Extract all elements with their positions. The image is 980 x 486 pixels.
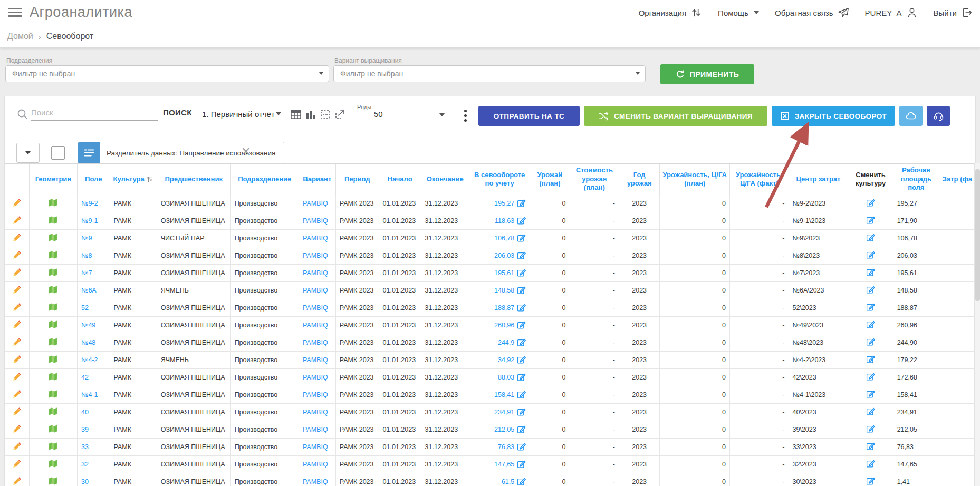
edit-note-icon[interactable] (866, 372, 875, 381)
row-edit-pencil-icon[interactable] (13, 285, 22, 294)
field-link[interactable]: №9 (81, 235, 92, 242)
edit-note-icon[interactable] (866, 250, 875, 259)
nav-feedback[interactable]: Обратная связь (775, 7, 849, 18)
row-edit-pencil-icon[interactable] (13, 337, 22, 346)
search-button[interactable]: ПОИСК (163, 108, 192, 117)
variant-link[interactable]: PAMBIQ (303, 217, 328, 225)
variant-link[interactable]: PAMBIQ (303, 443, 328, 451)
field-link[interactable]: 42 (81, 374, 89, 381)
row-edit-pencil-icon[interactable] (13, 216, 22, 225)
row-edit-pencil-icon[interactable] (13, 390, 22, 398)
field-link[interactable]: 52 (81, 304, 89, 312)
variant-link[interactable]: PAMBIQ (303, 374, 328, 381)
row-edit-pencil-icon[interactable] (13, 233, 22, 242)
variant-link[interactable]: PAMBIQ (303, 339, 328, 346)
edit-note-icon[interactable] (866, 198, 875, 207)
geometry-map-icon[interactable] (48, 216, 58, 225)
edit-note-icon[interactable] (866, 216, 875, 225)
field-link[interactable]: №4-2 (81, 356, 98, 364)
geometry-map-icon[interactable] (48, 407, 58, 416)
row-edit-pencil-icon[interactable] (13, 320, 22, 329)
nav-user[interactable]: PUREY_A (865, 7, 918, 18)
rows-per-page-select[interactable]: 50 (374, 107, 452, 121)
edit-note-icon[interactable] (517, 320, 526, 329)
edit-note-icon[interactable] (866, 337, 875, 346)
column-header-rotation[interactable]: В севообороте по учету (469, 164, 530, 195)
nav-help[interactable]: Помощь (718, 8, 759, 17)
column-header-end[interactable]: Окончание (421, 164, 469, 195)
field-link[interactable]: №8 (81, 252, 92, 259)
support-headset-button[interactable] (927, 106, 950, 126)
geometry-map-icon[interactable] (48, 250, 58, 259)
column-header-harvest_year[interactable]: Год урожая (619, 164, 660, 195)
variant-link[interactable]: PAMBIQ (303, 252, 328, 259)
column-header-predecessor[interactable]: Предшественник (157, 164, 230, 195)
row-edit-pencil-icon[interactable] (13, 477, 22, 485)
edit-note-icon[interactable] (866, 233, 875, 242)
rotation-link[interactable]: 195,27 (494, 200, 514, 207)
variant-link[interactable]: PAMBIQ (303, 235, 328, 242)
edit-note-icon[interactable] (866, 459, 875, 468)
rotation-link[interactable]: 206,03 (494, 252, 514, 259)
field-link[interactable]: №7 (81, 269, 92, 277)
change-variant-button[interactable]: СМЕНИТЬ ВАРИАНТ ВЫРАЩИВАНИЯ (584, 106, 767, 126)
row-edit-pencil-icon[interactable] (13, 407, 22, 416)
field-link[interactable]: 32 (81, 461, 89, 468)
breadcrumb-home[interactable]: Домой (7, 32, 33, 41)
geometry-map-icon[interactable] (48, 459, 58, 468)
geometry-map-icon[interactable] (48, 303, 58, 312)
select-all-checkbox[interactable] (51, 146, 65, 160)
variant-link[interactable]: PAMBIQ (303, 287, 328, 294)
edit-note-icon[interactable] (866, 477, 875, 485)
rotation-link[interactable]: 88,03 (498, 374, 514, 381)
edit-note-icon[interactable] (866, 320, 875, 329)
row-edit-pencil-icon[interactable] (13, 372, 22, 381)
variant-link[interactable]: PAMBIQ (303, 461, 328, 468)
row-edit-pencil-icon[interactable] (13, 250, 22, 259)
field-link[interactable]: №4-1 (81, 391, 98, 398)
rotation-link[interactable]: 147,65 (494, 461, 514, 468)
column-header-period[interactable]: Период (335, 164, 379, 195)
geometry-map-icon[interactable] (48, 285, 58, 294)
variant-link[interactable]: PAMBIQ (303, 356, 328, 364)
column-header-field[interactable]: Поле (78, 164, 110, 195)
edit-note-icon[interactable] (866, 303, 875, 312)
column-header-start[interactable]: Начало (379, 164, 421, 195)
apply-button[interactable]: ПРИМЕНИТЬ (660, 64, 754, 84)
edit-note-icon[interactable] (517, 268, 526, 277)
edit-note-icon[interactable] (517, 390, 526, 399)
field-link[interactable]: 33 (81, 443, 89, 451)
more-options-kebab-icon[interactable] (460, 106, 470, 125)
row-edit-pencil-icon[interactable] (13, 355, 22, 364)
rotation-link[interactable]: 195,61 (494, 269, 514, 277)
edit-note-icon[interactable] (517, 216, 526, 225)
row-edit-pencil-icon[interactable] (13, 459, 22, 468)
edit-note-icon[interactable] (517, 251, 526, 260)
row-edit-pencil-icon[interactable] (13, 198, 22, 207)
geometry-map-icon[interactable] (48, 233, 58, 242)
edit-note-icon[interactable] (517, 234, 526, 242)
edit-note-icon[interactable] (517, 460, 526, 469)
edit-note-icon[interactable] (517, 407, 526, 416)
geometry-map-icon[interactable] (48, 442, 58, 451)
column-header-cost_plan[interactable]: Стоимость урожая (план) (570, 164, 619, 195)
column-header-department[interactable]: Подразделение (230, 164, 299, 195)
geometry-map-icon[interactable] (48, 390, 58, 398)
rotation-link[interactable]: 260,96 (494, 322, 514, 329)
rotation-link[interactable]: 76,83 (498, 443, 514, 451)
geometry-map-icon[interactable] (48, 355, 58, 364)
selection-box-icon[interactable] (319, 108, 332, 121)
edit-note-icon[interactable] (866, 285, 875, 294)
close-rotation-button[interactable]: ЗАКРЫТЬ СЕВООБОРОТ (772, 106, 895, 126)
field-link[interactable]: 40 (81, 409, 89, 416)
geometry-map-icon[interactable] (48, 372, 58, 381)
edit-note-icon[interactable] (517, 355, 526, 364)
sort-ascending-icon[interactable] (146, 176, 153, 183)
export-icon[interactable] (334, 108, 347, 121)
rotation-link[interactable]: 34,92 (498, 356, 514, 364)
edit-note-icon[interactable] (517, 286, 526, 295)
vertical-scrollbar[interactable] (974, 163, 980, 486)
row-edit-pencil-icon[interactable] (13, 442, 22, 451)
rotation-link[interactable]: 61,5 (502, 478, 514, 485)
edit-note-icon[interactable] (517, 199, 526, 208)
